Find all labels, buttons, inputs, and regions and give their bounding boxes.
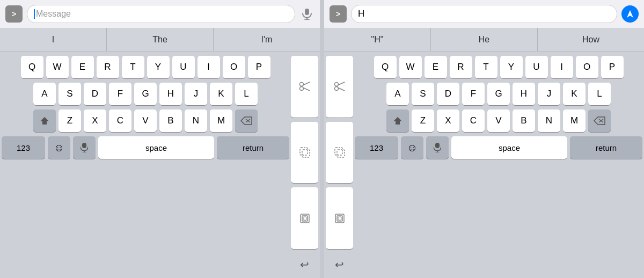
right-paste-key[interactable] xyxy=(326,187,353,249)
key-l[interactable]: L xyxy=(235,83,258,105)
right-key-v[interactable]: V xyxy=(487,109,510,132)
input-value-h: H xyxy=(358,9,364,19)
numbers-key[interactable]: 123 xyxy=(2,136,45,159)
left-keys-area: Q W E R T Y U I O P A S D F G H J K xyxy=(0,52,291,278)
predictive-item-1[interactable]: The xyxy=(107,28,214,51)
delete-key[interactable] xyxy=(235,109,258,132)
key-d[interactable]: D xyxy=(84,83,106,105)
right-delete-key[interactable] xyxy=(588,109,611,132)
mic-button[interactable] xyxy=(299,6,314,21)
predictive-item-2[interactable]: I'm xyxy=(214,28,320,51)
key-r[interactable]: R xyxy=(97,56,119,78)
predictive-item-0[interactable]: I xyxy=(0,28,107,51)
right-mic-bottom-icon xyxy=(434,143,441,152)
key-m[interactable]: M xyxy=(210,109,232,132)
key-v[interactable]: V xyxy=(134,109,157,132)
svg-rect-13 xyxy=(300,148,308,155)
right-keys-area: Q W E R T Y U I O P A S D F G H J K xyxy=(353,52,644,278)
key-z[interactable]: Z xyxy=(58,109,81,132)
right-predictive-item-1[interactable]: He xyxy=(431,28,538,51)
scissors-key[interactable] xyxy=(291,56,318,118)
right-key-u[interactable]: U xyxy=(525,56,548,78)
right-key-x[interactable]: X xyxy=(437,109,459,132)
right-scissors-key[interactable] xyxy=(326,56,353,118)
right-key-z[interactable]: Z xyxy=(412,109,434,132)
key-h[interactable]: H xyxy=(159,83,182,105)
key-s[interactable]: S xyxy=(58,83,81,105)
left-message-input[interactable]: Message xyxy=(27,5,295,23)
right-copy-icon xyxy=(334,147,345,158)
key-f[interactable]: F xyxy=(109,83,131,105)
right-numbers-key[interactable]: 123 xyxy=(355,136,398,159)
chevron-icon: > xyxy=(12,10,16,18)
right-chevron-button[interactable]: > xyxy=(330,5,347,23)
right-mic-key-bottom[interactable] xyxy=(426,136,449,159)
space-key[interactable]: space xyxy=(98,136,214,159)
svg-rect-6 xyxy=(82,143,86,148)
key-q[interactable]: Q xyxy=(21,56,43,78)
right-return-key[interactable]: return xyxy=(570,136,642,159)
key-b[interactable]: B xyxy=(159,109,182,132)
right-key-f[interactable]: F xyxy=(462,83,485,105)
right-shift-key[interactable] xyxy=(386,109,409,132)
right-key-m[interactable]: M xyxy=(563,109,586,132)
right-space-key[interactable]: space xyxy=(451,136,567,159)
right-key-r[interactable]: R xyxy=(450,56,472,78)
send-button[interactable] xyxy=(621,5,639,23)
right-key-e[interactable]: E xyxy=(425,56,447,78)
key-t[interactable]: T xyxy=(122,56,144,78)
right-key-b[interactable]: B xyxy=(513,109,535,132)
paste-key[interactable] xyxy=(291,187,318,249)
scissors-icon xyxy=(299,81,311,92)
right-key-t[interactable]: T xyxy=(475,56,497,78)
left-row-3: Z X C V B N M xyxy=(2,109,289,132)
key-k[interactable]: K xyxy=(210,83,232,105)
right-key-c[interactable]: C xyxy=(462,109,485,132)
right-key-i[interactable]: I xyxy=(551,56,573,78)
key-w[interactable]: W xyxy=(46,56,69,78)
right-key-p[interactable]: P xyxy=(601,56,624,78)
right-key-h[interactable]: H xyxy=(513,83,535,105)
mic-bottom-icon xyxy=(80,143,88,152)
right-key-n[interactable]: N xyxy=(538,109,560,132)
right-key-j[interactable]: J xyxy=(538,83,560,105)
key-n[interactable]: N xyxy=(185,109,207,132)
return-key[interactable]: return xyxy=(217,136,289,159)
key-u[interactable]: U xyxy=(172,56,195,78)
right-key-k[interactable]: K xyxy=(563,83,586,105)
right-predictive-item-0[interactable]: "H" xyxy=(324,28,431,51)
emoji-key[interactable]: ☺ xyxy=(48,136,70,159)
copy-key[interactable] xyxy=(291,122,318,184)
key-c[interactable]: C xyxy=(109,109,131,132)
right-predictive-item-2[interactable]: How xyxy=(538,28,644,51)
key-e[interactable]: E xyxy=(71,56,94,78)
undo-key-left[interactable]: ↩ xyxy=(291,253,318,276)
right-key-o[interactable]: O xyxy=(576,56,598,78)
right-key-a[interactable]: A xyxy=(386,83,409,105)
key-x[interactable]: X xyxy=(84,109,106,132)
right-key-w[interactable]: W xyxy=(399,56,422,78)
right-key-s[interactable]: S xyxy=(412,83,434,105)
key-y[interactable]: Y xyxy=(147,56,170,78)
mic-key-bottom[interactable] xyxy=(73,136,96,159)
key-o[interactable]: O xyxy=(223,56,245,78)
right-key-q[interactable]: Q xyxy=(374,56,397,78)
right-copy-key[interactable] xyxy=(326,122,353,184)
shift-key[interactable] xyxy=(33,109,56,132)
key-j[interactable]: J xyxy=(185,83,207,105)
key-g[interactable]: G xyxy=(134,83,157,105)
right-key-g[interactable]: G xyxy=(487,83,510,105)
right-undo-key[interactable]: ↩ xyxy=(326,253,353,276)
right-emoji-key[interactable]: ☺ xyxy=(401,136,423,159)
right-shift-icon xyxy=(393,116,402,126)
right-key-l[interactable]: L xyxy=(588,83,611,105)
right-scissors-icon xyxy=(334,81,346,92)
right-key-d[interactable]: D xyxy=(437,83,459,105)
svg-point-20 xyxy=(334,87,338,91)
right-message-input[interactable]: H xyxy=(351,5,617,23)
key-i[interactable]: I xyxy=(197,56,220,78)
right-key-y[interactable]: Y xyxy=(500,56,523,78)
key-p[interactable]: P xyxy=(248,56,270,78)
key-a[interactable]: A xyxy=(33,83,56,105)
left-chevron-button[interactable]: > xyxy=(5,5,23,23)
